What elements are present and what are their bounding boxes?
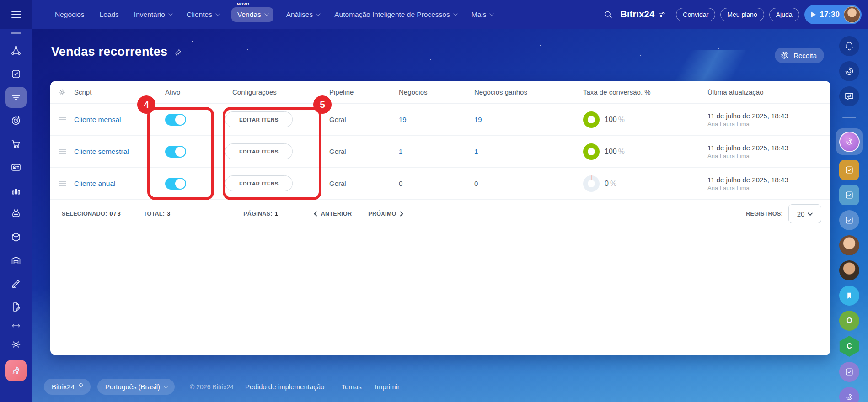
deals-count-link[interactable]: 1 [399,148,402,155]
contact-avatar-2[interactable] [839,260,859,280]
col-header-deals-won[interactable]: Negócios ganhos [474,88,583,96]
edit-items-button[interactable]: EDITAR ITENS [225,143,293,159]
app-badge-c[interactable]: C [839,336,860,357]
chevron-down-icon [453,11,458,16]
sidebar-item-settings[interactable] [5,334,27,355]
footer-brand-button[interactable]: Bitrix24 [44,379,91,395]
recurring-sales-card: Script Ativo Configurações Pipeline Negó… [50,81,830,355]
check-square-icon [844,165,854,175]
records-select[interactable]: 20 [788,204,821,223]
print-link[interactable]: Imprimir [375,383,400,391]
nav-leads[interactable]: Leads [100,11,119,19]
stars-decoration [192,41,193,42]
notifications-button[interactable] [839,36,859,56]
pipeline-value: Geral [329,148,399,155]
copyright-text: © 2026 Bitrix24 [190,383,234,391]
tasks-app-purple[interactable] [839,362,859,382]
sidebar-item-analytics[interactable] [5,180,27,201]
nav-mais[interactable]: Mais [472,11,493,19]
my-plan-button[interactable]: Meu plano [720,8,764,21]
nav-vendas-active[interactable]: NOVO Vendas [231,7,273,22]
search-button[interactable] [601,8,615,21]
sidebar-item-marketing[interactable] [5,110,27,131]
col-header-updated[interactable]: Última atualização [707,88,830,96]
contact-avatar-1[interactable] [839,235,859,255]
sidebar-item-tasks[interactable] [5,63,27,85]
grid-settings-gear-icon[interactable] [58,88,66,96]
nav-clientes[interactable]: Clientes [187,11,219,19]
pinned-copilot-active[interactable] [836,128,863,155]
tasks-app-ghost[interactable] [839,210,859,230]
col-header-settings[interactable]: Configurações [232,88,329,96]
script-name-link[interactable]: Cliente anual [74,180,115,187]
table-header: Script Ativo Configurações Pipeline Negó… [50,81,830,104]
main-nav: Negócios Leads Inventário Clientes NOVO … [55,7,493,22]
active-toggle-on[interactable] [165,146,186,158]
sidebar-item-sign[interactable] [5,273,27,294]
sidebar-item-documents[interactable] [5,296,27,317]
nav-analises[interactable]: Análises [286,11,320,19]
active-toggle-on[interactable] [165,178,186,190]
invite-button[interactable]: Convidar [676,8,715,21]
nav-inventario[interactable]: Inventário [134,11,171,19]
conversion-donut-0 [583,175,600,192]
check-square-icon [844,367,854,377]
edit-items-button[interactable]: EDITAR ITENS [225,111,293,127]
sidebar-handle[interactable] [11,32,21,34]
deals-won-count-link[interactable]: 19 [474,116,482,123]
help-button[interactable]: Ajuda [769,8,799,21]
sidebar-item-network[interactable] [5,40,27,61]
previous-page-button[interactable]: ANTERIOR [315,211,352,217]
sidebar-item-products[interactable] [5,227,27,248]
drag-handle-icon[interactable] [59,181,66,186]
user-avatar[interactable] [844,6,860,23]
script-name-link[interactable]: Cliente semestral [74,148,129,155]
warehouse-icon [11,255,21,266]
language-selector[interactable]: Português (Brasil) [97,379,175,395]
revenue-button[interactable]: Receita [775,48,824,63]
drag-handle-icon[interactable] [59,117,66,122]
brand-name: Bitrix24 [620,9,654,20]
nav-automacao[interactable]: Automação Inteligente de Processos [334,11,456,19]
script-name-link[interactable]: Cliente mensal [74,116,121,123]
themes-link[interactable]: Temas [341,383,361,391]
hamburger-menu-button[interactable] [0,0,32,29]
chevron-down-icon [164,384,168,388]
sidebar-item-launch[interactable] [5,360,27,381]
col-header-active[interactable]: Ativo [165,88,232,96]
pages-label: PÁGINAS: [243,211,273,217]
edit-items-button[interactable]: EDITAR ITENS [225,175,293,191]
chat-sync-button[interactable] [839,86,859,106]
nav-negocios[interactable]: Negócios [55,11,85,19]
chevron-down-icon [808,211,813,216]
sidebar-item-copilot[interactable] [5,203,27,224]
work-timer[interactable]: 17:30 [804,5,862,24]
pin-icon[interactable] [174,48,182,56]
sidebar-item-warehouse[interactable] [5,250,27,271]
bookmark-icon [845,291,854,300]
col-header-script[interactable]: Script [74,88,165,96]
brand-bitrix24[interactable]: Bitrix24 [620,9,666,20]
tasks-app-orange[interactable] [839,160,859,180]
drag-handle-icon[interactable] [59,149,66,154]
network-icon [11,45,21,56]
selected-value: 0 / 3 [109,211,120,217]
col-header-deals[interactable]: Negócios [399,88,474,96]
bookmark-app[interactable] [839,286,859,306]
implementation-link[interactable]: Pedido de implementação [245,383,324,391]
col-header-pipeline[interactable]: Pipeline [329,88,399,96]
sidebar-item-crm-active[interactable] [5,87,27,108]
tasks-app-blue[interactable] [839,185,859,205]
active-toggle-on[interactable] [165,114,186,126]
deals-won-count-link[interactable]: 1 [474,148,478,155]
sidebar-item-contacts[interactable] [5,157,27,178]
copilot-button[interactable] [839,61,859,81]
col-header-conversion[interactable]: Taxa de conversão, % [583,88,707,96]
app-badge-o[interactable]: O [839,311,859,331]
sidebar-item-sales[interactable] [5,133,27,154]
sidebar-collapse[interactable] [5,320,27,332]
deals-count-link[interactable]: 19 [399,116,407,123]
app-swirl-partial[interactable] [839,387,859,402]
topbar-right-cluster: Bitrix24 Convidar Meu plano Ajuda 17:30 [601,5,862,24]
next-page-button[interactable]: PRÓXIMO [368,211,402,217]
